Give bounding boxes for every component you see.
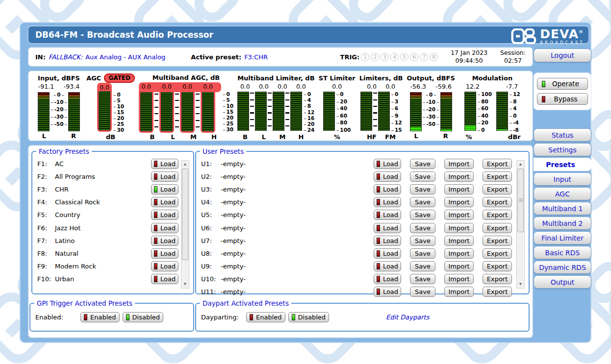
save-preset-button[interactable]: Save (410, 171, 435, 182)
import-preset-button[interactable]: Import (444, 261, 474, 271)
load-preset-button[interactable]: Load (374, 261, 401, 271)
load-preset-button[interactable]: Load (374, 274, 401, 284)
sidebar-nav-button[interactable]: Settings (534, 143, 591, 156)
export-preset-button[interactable]: Export (483, 184, 512, 194)
save-preset-button[interactable]: Save (410, 223, 435, 233)
factory-preset-row: F1: AC Load (37, 157, 178, 170)
export-preset-button[interactable]: Export (483, 274, 512, 284)
scroll-up-icon[interactable]: ▲ (181, 161, 189, 168)
trig-button[interactable]: 2 (371, 53, 379, 61)
export-preset-button[interactable]: Export (483, 171, 512, 182)
load-preset-button[interactable]: Load (374, 248, 401, 259)
trig-button[interactable]: 6 (410, 53, 418, 61)
operate-button[interactable]: Operate (537, 78, 588, 90)
load-preset-button[interactable]: Load (374, 184, 401, 194)
load-preset-button[interactable]: Load (374, 236, 401, 246)
scroll-down-icon[interactable]: ▼ (181, 281, 189, 288)
load-preset-button[interactable]: Load (374, 210, 401, 220)
export-preset-button[interactable]: Export (483, 248, 512, 259)
scrollbar-thumb[interactable] (182, 169, 188, 260)
bypass-button[interactable]: Bypass (537, 93, 588, 105)
import-preset-button[interactable]: Import (444, 287, 474, 297)
trig-button[interactable]: 1 (361, 53, 369, 61)
sidebar-nav-button[interactable]: Presets (530, 158, 591, 171)
scroll-up-icon[interactable]: ▲ (517, 161, 524, 168)
meter-title: Output, dBFS (407, 73, 455, 83)
import-preset-button[interactable]: Import (444, 236, 474, 246)
save-preset-button[interactable]: Save (410, 248, 435, 259)
sidebar-nav-button[interactable]: Multiband 1 (534, 202, 591, 215)
import-preset-button[interactable]: Import (444, 223, 474, 233)
factory-scrollbar[interactable]: ▲ ▼ (181, 160, 189, 289)
export-preset-button[interactable]: Export (483, 236, 512, 246)
gpi-disabled-button[interactable]: Disabled (123, 312, 163, 322)
import-preset-button[interactable]: Import (444, 171, 474, 182)
load-preset-button[interactable]: Load (151, 248, 178, 259)
gpi-enabled-button[interactable]: Enabled (80, 312, 120, 322)
export-preset-button[interactable]: Export (483, 287, 512, 297)
load-preset-button[interactable]: Load (151, 261, 178, 271)
save-preset-button[interactable]: Save (410, 287, 435, 297)
trig-button[interactable]: 5 (400, 53, 408, 61)
export-preset-button[interactable]: Export (483, 223, 512, 233)
daypart-disabled-button[interactable]: Disabled (288, 312, 329, 322)
sidebar-nav-button[interactable]: Dynamic RDS (534, 261, 591, 274)
preset-id: U9: (201, 263, 221, 270)
load-preset-button[interactable]: Load (151, 236, 178, 246)
save-preset-button[interactable]: Save (410, 274, 435, 284)
trig-button[interactable]: 3 (381, 53, 389, 61)
load-preset-button[interactable]: Load (374, 287, 401, 297)
save-preset-button[interactable]: Save (410, 210, 435, 220)
load-preset-button[interactable]: Load (151, 184, 178, 194)
save-preset-button[interactable]: Save (410, 261, 435, 271)
trig-button[interactable]: 8 (430, 53, 438, 61)
trig-button[interactable]: 4 (390, 53, 399, 61)
save-preset-button[interactable]: Save (410, 184, 435, 194)
load-preset-button[interactable]: Load (151, 210, 178, 220)
load-preset-button[interactable]: Load (374, 171, 401, 182)
time: 09:44:50 (451, 57, 487, 65)
scrollbar-thumb[interactable] (517, 169, 524, 232)
sidebar-nav-button[interactable]: Multiband 2 (534, 217, 591, 230)
sidebar-nav-button[interactable]: Basic RDS (534, 246, 591, 259)
load-preset-button[interactable]: Load (374, 223, 401, 233)
save-preset-button[interactable]: Save (410, 159, 435, 169)
export-preset-button[interactable]: Export (483, 197, 512, 207)
load-preset-button[interactable]: Load (151, 171, 178, 182)
import-preset-button[interactable]: Import (444, 210, 474, 220)
sidebar-nav-button[interactable]: AGC (534, 187, 591, 200)
load-preset-button[interactable]: Load (374, 197, 401, 207)
import-preset-button[interactable]: Import (444, 197, 474, 207)
daypart-enabled-led-icon (250, 314, 253, 320)
user-preset-row: U7: -empty- Load Save Import Export (201, 234, 514, 247)
logout-button[interactable]: Logout (534, 49, 591, 62)
daypart-disabled-led-icon (292, 314, 295, 320)
trig-button[interactable]: 7 (420, 53, 428, 61)
import-preset-button[interactable]: Import (444, 184, 474, 194)
daypart-enabled-button[interactable]: Enabled (246, 312, 285, 322)
user-scrollbar[interactable]: ▲ ▼ (516, 160, 525, 289)
sidebar-nav-button[interactable]: Status (534, 128, 591, 142)
session-label: Session: (500, 49, 526, 57)
load-preset-button[interactable]: Load (151, 159, 178, 169)
save-preset-button[interactable]: Save (410, 197, 435, 207)
edit-dayparts-link[interactable]: Edit Dayparts (386, 314, 429, 321)
export-preset-button[interactable]: Export (483, 261, 512, 271)
load-preset-button[interactable]: Load (374, 159, 401, 169)
sidebar-nav-button[interactable]: Output (534, 275, 591, 289)
save-preset-button[interactable]: Save (410, 236, 435, 246)
import-preset-button[interactable]: Import (444, 274, 474, 284)
sidebar-nav-button[interactable]: Input (534, 172, 591, 186)
scroll-down-icon[interactable]: ▼ (517, 281, 524, 288)
sidebar-nav-button[interactable]: Final Limiter (534, 231, 591, 244)
load-preset-button[interactable]: Load (151, 223, 178, 233)
load-preset-button[interactable]: Load (151, 274, 178, 284)
export-preset-button[interactable]: Export (483, 159, 512, 169)
user-presets-legend: User Presets (200, 147, 246, 155)
meter-input: Input, dBFS -91.1 -93.4 0-10-20-30-50 L … (35, 73, 82, 141)
import-preset-button[interactable]: Import (444, 159, 474, 169)
import-preset-button[interactable]: Import (444, 248, 474, 259)
load-preset-button[interactable]: Load (151, 197, 178, 207)
export-preset-button[interactable]: Export (483, 210, 512, 220)
factory-preset-row: F10: Urban Load (37, 273, 178, 286)
